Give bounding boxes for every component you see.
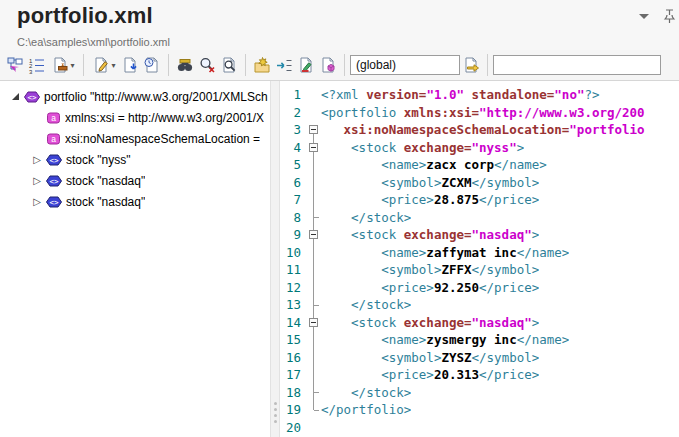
code-text: </portfolio> [321, 401, 411, 419]
line-number: 13 [280, 296, 307, 314]
code-line[interactable]: 10<name>zaffymat inc</name> [280, 244, 679, 262]
tree-row[interactable]: ▷<>stock "nasdaq" [0, 170, 270, 191]
edit-attributes-button[interactable] [295, 53, 317, 77]
fold-toggle-icon[interactable] [307, 226, 321, 244]
new-items-folder-button[interactable] [251, 53, 273, 77]
code-text: </stock> [321, 209, 411, 227]
pin-button[interactable] [659, 7, 677, 25]
fold-margin [307, 209, 321, 227]
tree-label: portfolio "http://www.w3.org/2001/XMLSch [44, 90, 268, 104]
code-line[interactable]: 12<price>92.250</price> [280, 279, 679, 297]
chevron-down-button[interactable] [635, 7, 653, 25]
code-line[interactable]: 6<symbol>ZCXM</symbol> [280, 174, 679, 192]
code-text: <?xml version="1.0" standalone="no"?> [321, 86, 600, 104]
element-blue-icon: <> [46, 175, 62, 187]
tree-row[interactable]: ▷<>stock "nasdaq" [0, 191, 270, 212]
import-document-button[interactable] [119, 53, 141, 77]
fold-toggle-icon[interactable] [307, 314, 321, 332]
numbered-list-button[interactable]: 123 [26, 53, 48, 77]
fold-margin [307, 261, 321, 279]
line-number: 1 [280, 86, 307, 104]
code-text: <price>92.250</price> [321, 279, 539, 297]
tree-label: stock "nasdaq" [66, 195, 145, 209]
pencil-document-button[interactable]: ▾ [89, 53, 119, 77]
fold-margin [307, 331, 321, 349]
code-line[interactable]: 4<stock exchange="nyss"> [280, 139, 679, 157]
fold-margin [307, 279, 321, 297]
binoculars-find-button[interactable] [174, 53, 196, 77]
fold-margin [307, 349, 321, 367]
dropdown-arrow-icon: ▾ [70, 61, 74, 70]
code-line[interactable]: 9<stock exchange="nasdaq"> [280, 226, 679, 244]
chevron-down-icon [635, 7, 653, 25]
line-number: 2 [280, 104, 307, 122]
search-document-button[interactable] [218, 53, 240, 77]
attribute-icon: a [46, 133, 61, 145]
code-line[interactable]: 11<symbol>ZFFX</symbol> [280, 261, 679, 279]
tree-row[interactable]: axmlns:xsi = http://www.w3.org/2001/X [0, 107, 270, 128]
tree-label: xmlns:xsi = http://www.w3.org/2001/X [65, 111, 264, 125]
code-line[interactable]: 16<symbol>ZYSZ</symbol> [280, 349, 679, 367]
expanded-arrow-icon[interactable] [6, 93, 24, 100]
main-split: <>portfolio "http://www.w3.org/2001/XMLS… [0, 81, 679, 437]
panel-splitter[interactable] [270, 81, 280, 437]
fold-toggle-icon[interactable] [307, 139, 321, 157]
code-line[interactable]: 17<price>20.313</price> [280, 366, 679, 384]
code-line[interactable]: 2<portfolio xmlns:xsi="http://www.w3.org… [280, 104, 679, 122]
fold-margin [307, 156, 321, 174]
code-line[interactable]: 18</stock> [280, 384, 679, 402]
code-line[interactable]: 20 [280, 419, 679, 437]
svg-text:<>: <> [27, 92, 37, 101]
line-number: 10 [280, 244, 307, 262]
page-title: portfolio.xml [17, 3, 153, 29]
new-items-folder-icon [253, 56, 271, 74]
line-number: 14 [280, 314, 307, 332]
tree-label: stock "nasdaq" [66, 174, 145, 188]
history-document-button[interactable] [141, 53, 163, 77]
search-input[interactable] [493, 55, 661, 75]
fold-toggle-icon[interactable] [307, 121, 321, 139]
code-text: <symbol>ZCXM</symbol> [321, 174, 539, 192]
toolbar-separator [245, 54, 246, 76]
goto-line-icon [275, 56, 293, 74]
code-line[interactable]: 5<name>zacx corp</name> [280, 156, 679, 174]
toolbar-separator [487, 54, 488, 76]
fold-margin [307, 191, 321, 209]
tree-row[interactable]: <>portfolio "http://www.w3.org/2001/XMLS… [0, 86, 270, 107]
fold-margin [307, 86, 321, 104]
tree-row[interactable]: axsi:noNamespaceSchemaLocation = [0, 128, 270, 149]
tree-view-button[interactable] [4, 53, 26, 77]
collapsed-arrow-icon[interactable]: ▷ [28, 176, 46, 186]
code-line[interactable]: 1<?xml version="1.0" standalone="no"?> [280, 86, 679, 104]
fold-margin [307, 104, 321, 122]
fold-margin [307, 244, 321, 262]
line-number: 11 [280, 261, 307, 279]
code-text: <name>zacx corp</name> [321, 156, 547, 174]
goto-line-button[interactable] [273, 53, 295, 77]
code-line[interactable]: 15<name>zysmergy inc</name> [280, 331, 679, 349]
xml-source-editor[interactable]: 1<?xml version="1.0" standalone="no"?>2<… [280, 81, 679, 437]
find-special-button[interactable] [196, 53, 218, 77]
tree-label: xsi:noNamespaceSchemaLocation = [65, 132, 260, 146]
code-line[interactable]: 19</portfolio> [280, 401, 679, 419]
svg-text:3: 3 [29, 69, 33, 75]
validate-cube-button[interactable] [317, 53, 339, 77]
scope-input[interactable] [350, 55, 460, 75]
element-blue-icon: <> [46, 196, 62, 208]
tree-label: stock "nyss" [66, 153, 131, 167]
code-line[interactable]: 13</stock> [280, 296, 679, 314]
stamp-document-button[interactable]: ▾ [48, 53, 78, 77]
code-line[interactable]: 14<stock exchange="nasdaq"> [280, 314, 679, 332]
svg-text:<>: <> [49, 197, 59, 206]
code-line[interactable]: 3xsi:noNamespaceSchemaLocation="portfoli… [280, 121, 679, 139]
collapsed-arrow-icon[interactable]: ▷ [28, 155, 46, 165]
line-number: 12 [280, 279, 307, 297]
apply-arrow-button[interactable] [460, 53, 482, 77]
xml-tree-panel[interactable]: <>portfolio "http://www.w3.org/2001/XMLS… [0, 81, 270, 437]
collapsed-arrow-icon[interactable]: ▷ [28, 197, 46, 207]
code-line[interactable]: 7<price>28.875</price> [280, 191, 679, 209]
pencil-document-icon [92, 56, 110, 74]
svg-text:<>: <> [49, 155, 59, 164]
code-line[interactable]: 8</stock> [280, 209, 679, 227]
tree-row[interactable]: ▷<>stock "nyss" [0, 149, 270, 170]
